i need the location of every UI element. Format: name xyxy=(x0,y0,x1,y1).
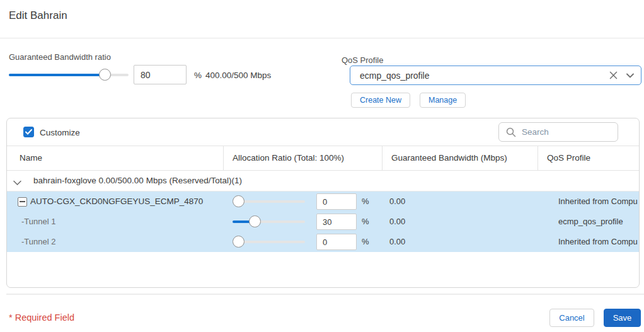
search-input[interactable] xyxy=(522,127,611,137)
row-qos-profile: ecmp_qos_profile xyxy=(558,212,640,232)
bandwidth-ratio-label: Guaranteed Bandwidth ratio xyxy=(9,52,111,62)
qos-actions: Create New Manage xyxy=(351,93,466,108)
selected-rows-block: AUTO-CGX_CKD0NGFGEYUS_ECMP_4870 % 0.00 I… xyxy=(7,192,639,252)
percent-label: % xyxy=(362,232,369,252)
table-row[interactable]: -Tunnel 1 % 0.00 ecmp_qos_profile xyxy=(7,212,639,232)
row-name: -Tunnel 1 xyxy=(21,212,55,232)
qos-profile-label: QoS Profile xyxy=(342,55,383,65)
allocation-ratio-input[interactable] xyxy=(316,193,357,210)
page-title: Edit Bahrain xyxy=(9,9,67,22)
chevron-down-icon[interactable] xyxy=(626,73,634,78)
footer-divider xyxy=(6,294,644,295)
required-asterisk: * xyxy=(9,312,13,323)
column-divider xyxy=(223,146,224,170)
slider-handle[interactable] xyxy=(249,215,261,227)
qos-profile-select[interactable]: ecmp_qos_profile xyxy=(350,66,641,85)
table-row[interactable]: -Tunnel 2 % 0.00 Inherited from Compu xyxy=(7,232,639,252)
row-bandwidth-value: 0.00 xyxy=(389,192,405,212)
slider-handle[interactable] xyxy=(99,69,111,81)
manage-button[interactable]: Manage xyxy=(420,93,466,108)
collapse-minus-icon[interactable] xyxy=(18,197,27,207)
allocation-ratio-input[interactable] xyxy=(316,214,357,230)
bandwidth-ratio-slider[interactable] xyxy=(9,69,129,81)
table-toolbar: Customize xyxy=(7,118,639,146)
column-header-name: Name xyxy=(20,146,42,170)
column-header-bandwidth: Guaranteed Bandwidth (Mbps) xyxy=(391,146,507,170)
create-new-button[interactable]: Create New xyxy=(351,93,410,108)
column-divider xyxy=(538,146,538,170)
row-name: -Tunnel 2 xyxy=(21,232,55,252)
allocation-ratio-input[interactable] xyxy=(316,234,357,250)
slider-fill xyxy=(9,74,105,76)
clear-icon[interactable] xyxy=(609,71,618,79)
customize-label: Customize xyxy=(40,128,80,137)
allocation-slider[interactable] xyxy=(233,215,305,228)
bandwidth-usage-label: 400.00/500 Mbps xyxy=(205,71,271,80)
table-row[interactable]: AUTO-CGX_CKD0NGFGEYUS_ECMP_4870 % 0.00 I… xyxy=(7,192,639,212)
search-box[interactable] xyxy=(498,122,618,142)
percent-label: % xyxy=(362,192,369,212)
percent-label: % xyxy=(194,71,202,80)
cancel-button[interactable]: Cancel xyxy=(549,309,594,327)
row-qos-profile: Inherited from Compu xyxy=(558,192,640,212)
allocation-slider[interactable] xyxy=(233,236,305,248)
required-field-note: * Required Field xyxy=(9,312,74,323)
percent-label: % xyxy=(362,212,369,232)
save-button[interactable]: Save xyxy=(604,309,641,327)
title-divider xyxy=(0,38,644,38)
column-divider xyxy=(382,146,382,170)
row-name: AUTO-CGX_CKD0NGFGEYUS_ECMP_4870 xyxy=(30,192,203,212)
table-group-row[interactable]: bahrain-foxglove 0.00/500.00 Mbps (Reser… xyxy=(7,171,639,192)
column-header-allocation: Allocation Ratio (Total: 100%) xyxy=(233,146,344,170)
customize-checkbox[interactable] xyxy=(23,127,34,137)
group-row-label: bahrain-foxglove 0.00/500.00 Mbps (Reser… xyxy=(33,171,242,191)
qos-profile-selected-value: ecmp_qos_profile xyxy=(360,71,601,81)
slider-handle[interactable] xyxy=(233,236,244,248)
row-bandwidth-value: 0.00 xyxy=(389,232,405,252)
search-icon xyxy=(506,127,516,137)
row-bandwidth-value: 0.00 xyxy=(389,212,405,232)
allocation-table: Customize Name Allocation Ratio (Total: … xyxy=(6,118,640,288)
allocation-slider[interactable] xyxy=(233,195,305,208)
slider-handle[interactable] xyxy=(233,195,244,207)
bandwidth-ratio-input[interactable] xyxy=(134,65,187,84)
table-header: Name Allocation Ratio (Total: 100%) Guar… xyxy=(7,146,639,171)
chevron-down-icon[interactable] xyxy=(13,177,21,188)
column-header-qos: QoS Profile xyxy=(547,146,590,170)
row-qos-profile: Inherited from Compu xyxy=(558,232,640,252)
